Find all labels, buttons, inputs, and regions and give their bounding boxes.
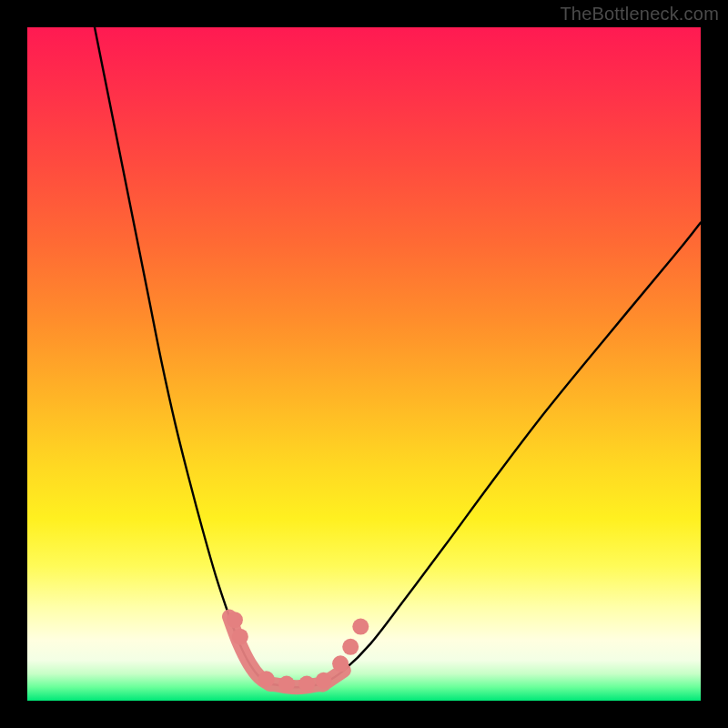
data-marker	[232, 629, 248, 645]
bottleneck-curve	[27, 27, 701, 701]
data-marker	[332, 655, 349, 672]
data-marker	[298, 676, 315, 693]
curve-path	[95, 27, 701, 687]
data-marker	[342, 639, 359, 655]
data-marker	[258, 671, 275, 687]
attribution-text: TheBottleneck.com	[560, 4, 719, 25]
data-marker	[316, 672, 332, 689]
chart-frame: TheBottleneck.com	[0, 0, 728, 728]
plot-area	[27, 27, 701, 701]
data-marker	[227, 612, 243, 628]
data-marker	[352, 619, 369, 635]
data-marker	[278, 676, 295, 693]
